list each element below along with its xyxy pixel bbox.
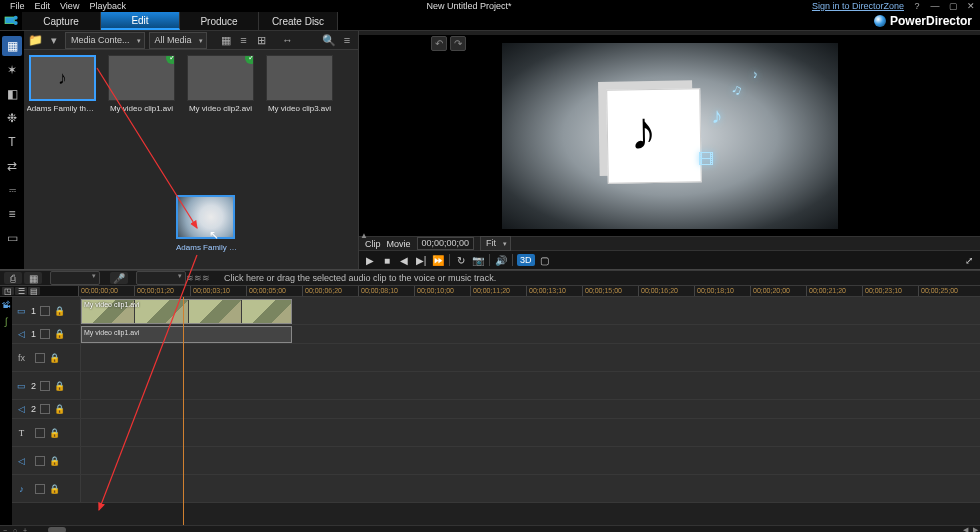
undo-icon[interactable]: ↶ — [431, 36, 447, 51]
track-body[interactable] — [81, 344, 980, 371]
track-visible-toggle[interactable] — [40, 404, 50, 414]
menu-file[interactable]: File — [10, 1, 25, 11]
track-visible-toggle[interactable] — [40, 329, 50, 339]
track-lock-icon[interactable]: 🔒 — [49, 428, 60, 438]
tab-create-disc[interactable]: Create Disc — [259, 12, 338, 30]
tl-snake-icon[interactable]: ∫ — [5, 316, 8, 327]
timeline-ruler[interactable]: 00;00;00;0000;00;01;2000;00;03;1000;00;0… — [78, 286, 980, 296]
snapshot-icon[interactable]: 📷 — [471, 253, 485, 267]
track-visible-toggle[interactable] — [40, 306, 50, 316]
track-header[interactable]: fx🔒 — [12, 344, 81, 371]
3d-toggle[interactable]: 3D — [517, 254, 535, 266]
minimize-icon[interactable]: — — [930, 2, 940, 11]
track-body[interactable] — [81, 372, 980, 399]
track-lock-icon[interactable]: 🔒 — [49, 353, 60, 363]
timeline-tracks[interactable]: ▭1🔒My video clip1.avi◁1🔒My video clip1.a… — [12, 297, 980, 525]
clip-mode-button[interactable]: Clip — [365, 239, 381, 249]
media-item[interactable]: ✓My video clip2.avi — [188, 55, 253, 113]
track-header[interactable]: ▭2🔒 — [12, 372, 81, 399]
track-header[interactable]: ♪🔒 — [12, 475, 81, 502]
track-header[interactable]: ◁1🔒 — [12, 325, 81, 343]
tl-view-2[interactable]: ☰ — [15, 287, 27, 295]
tl-tool-a[interactable]: ⎙ — [4, 272, 22, 284]
tl-tool-b[interactable]: ▦ — [24, 272, 42, 284]
tl-mic-icon[interactable]: 🎤 — [110, 272, 128, 284]
tab-capture[interactable]: Capture — [22, 12, 101, 30]
zoom-in-icon[interactable]: + — [20, 527, 30, 533]
media-folder-dropdown[interactable]: Media Conte... — [65, 32, 145, 49]
track-header[interactable]: ◁2🔒 — [12, 400, 81, 418]
track-visible-toggle[interactable] — [35, 456, 45, 466]
volume-icon[interactable]: 🔊 — [494, 253, 508, 267]
timecode-display[interactable]: 00;00;00;00 — [417, 237, 475, 250]
signin-link[interactable]: Sign in to DirectorZone — [812, 1, 904, 11]
media-item[interactable]: My video clip3.avi — [267, 55, 332, 113]
prev-frame-icon[interactable]: ◀ — [397, 253, 411, 267]
media-item[interactable]: ✓My video clip1.avi — [109, 55, 174, 113]
track-music[interactable]: ♪🔒 — [12, 475, 980, 503]
tl-dropdown-b[interactable] — [136, 271, 186, 285]
tl-view-3[interactable]: ▤ — [28, 287, 40, 295]
track-body[interactable] — [81, 475, 980, 502]
loop-icon[interactable]: ↻ — [454, 253, 468, 267]
track-lock-icon[interactable]: 🔒 — [54, 306, 65, 316]
track-title[interactable]: T🔒 — [12, 419, 980, 447]
menu-playback[interactable]: Playback — [89, 1, 126, 11]
track-visible-toggle[interactable] — [35, 428, 45, 438]
track-header[interactable]: ◁🔒 — [12, 447, 81, 474]
track-video2[interactable]: ▭2🔒 — [12, 372, 980, 400]
track-visible-toggle[interactable] — [35, 484, 45, 494]
tl-dropdown-a[interactable] — [50, 271, 100, 285]
scroll-right-icon[interactable]: ▶ — [970, 526, 980, 532]
menu-edit[interactable]: Edit — [35, 1, 51, 11]
track-video[interactable]: ▭1🔒My video clip1.avi — [12, 297, 980, 325]
scrollbar-thumb[interactable] — [48, 527, 66, 532]
view-grid-icon[interactable]: ⊞ — [255, 33, 269, 47]
track-lock-icon[interactable]: 🔒 — [49, 484, 60, 494]
movie-mode-button[interactable]: Movie — [387, 239, 411, 249]
video-clip[interactable]: My video clip1.avi — [81, 299, 292, 324]
reveal-icon[interactable]: ↔ — [281, 33, 295, 47]
library-thumbnails[interactable]: ♪Adams Family them...✓My video clip1.avi… — [24, 50, 358, 269]
track-body[interactable] — [81, 419, 980, 446]
fx-room[interactable]: ✶ — [2, 60, 22, 80]
particle-room[interactable]: ❉ — [2, 108, 22, 128]
redo-icon[interactable]: ↷ — [450, 36, 466, 51]
menu-view[interactable]: View — [60, 1, 79, 11]
zoom-out-icon[interactable]: − — [0, 527, 10, 533]
stop-icon[interactable]: ■ — [380, 253, 394, 267]
timeline-scrollbar[interactable]: − ○ + ◀ ▶ — [0, 525, 980, 532]
scroll-left-icon[interactable]: ◀ — [960, 526, 970, 532]
search-icon[interactable]: 🔍 — [322, 33, 336, 47]
tl-view-1[interactable]: ◳ — [2, 287, 14, 295]
track-lock-icon[interactable]: 🔒 — [49, 456, 60, 466]
help-icon[interactable]: ? — [912, 2, 922, 11]
library-menu-icon[interactable]: ≡ — [340, 33, 354, 47]
tab-edit[interactable]: Edit — [101, 12, 180, 30]
fast-forward-icon[interactable]: ⏩ — [431, 253, 445, 267]
audio-clip[interactable]: My video clip1.avi — [81, 326, 292, 343]
tl-camera-icon[interactable]: 📽 — [2, 300, 11, 310]
track-voice[interactable]: ◁🔒 — [12, 447, 980, 475]
media-filter-dropdown[interactable]: All Media — [149, 32, 207, 49]
view-large-icon[interactable]: ▦ — [219, 33, 233, 47]
title-room[interactable]: T — [2, 132, 22, 152]
main-menu[interactable]: File Edit View Playback — [4, 1, 126, 11]
track-audio2[interactable]: ◁2🔒 — [12, 400, 980, 419]
track-header[interactable]: ▭1🔒 — [12, 297, 81, 324]
chapter-room[interactable]: ≡ — [2, 204, 22, 224]
playhead[interactable] — [183, 297, 184, 525]
tab-produce[interactable]: Produce — [180, 12, 259, 30]
display-options-icon[interactable]: ▢ — [538, 253, 552, 267]
audio-room[interactable]: ⎓ — [2, 180, 22, 200]
track-visible-toggle[interactable] — [35, 353, 45, 363]
maximize-icon[interactable]: ▢ — [948, 2, 958, 11]
zoom-fit-dropdown[interactable]: Fit — [480, 236, 511, 251]
folder-chevron-icon[interactable]: ▾ — [47, 33, 61, 47]
close-icon[interactable]: ✕ — [966, 2, 976, 11]
media-room[interactable]: ▦ — [2, 36, 22, 56]
zoom-slider-icon[interactable]: ○ — [10, 527, 20, 533]
track-lock-icon[interactable]: 🔒 — [54, 381, 65, 391]
track-header[interactable]: T🔒 — [12, 419, 81, 446]
track-body[interactable] — [81, 447, 980, 474]
